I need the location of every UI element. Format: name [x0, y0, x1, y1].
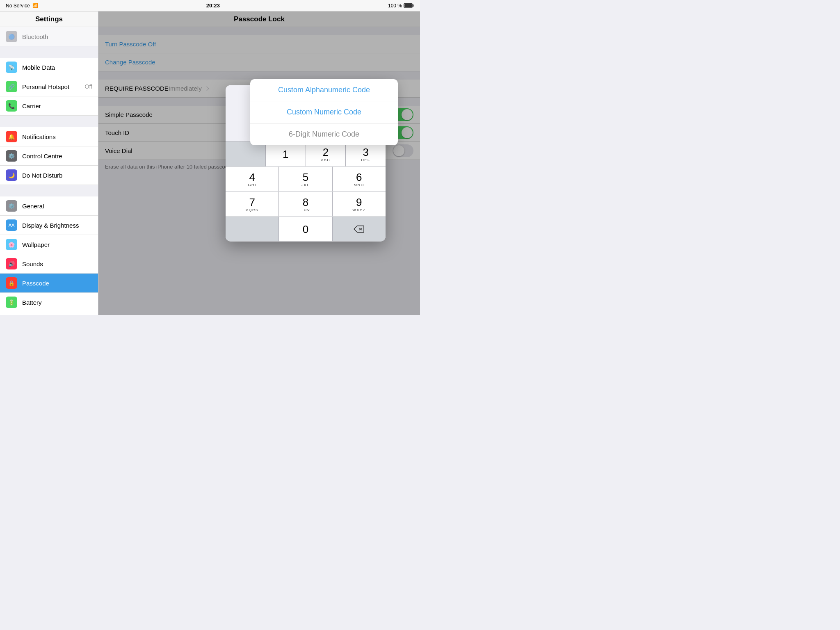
settings-list: 🔵 Bluetooth 📡 Mobile Data 🔗 Personal Hot… [0, 27, 98, 315]
sidebar-item-general[interactable]: ⚙️ General [0, 196, 98, 216]
sidebar-item-mobiledata[interactable]: 📡 Mobile Data [0, 58, 98, 77]
key-3-num: 3 [363, 146, 368, 157]
key-4-num: 4 [249, 171, 255, 182]
sidebar-item-bluetooth[interactable]: 🔵 Bluetooth [0, 27, 98, 46]
key-6-num: 6 [356, 171, 362, 182]
hotspot-label: Personal Hotspot [22, 83, 85, 90]
numpad-key-6[interactable]: 6 MNO [333, 167, 386, 192]
key-0-num: 0 [303, 224, 308, 235]
key-8-sub: TUV [301, 208, 310, 212]
key-4-sub: GHI [248, 183, 256, 187]
general-label: General [22, 203, 92, 210]
numpad-key-1[interactable]: 1 [266, 142, 306, 167]
status-bar: No Service 📶 20:23 100 % [0, 0, 420, 11]
notifications-icon: 🔔 [6, 131, 17, 142]
option-numeric[interactable]: Custom Numeric Code [250, 101, 398, 123]
key-7-num: 7 [249, 196, 255, 207]
general-icon: ⚙️ [6, 200, 17, 212]
sidebar-item-wallpaper[interactable]: 🌸 Wallpaper [0, 235, 98, 254]
settings-title: Settings [35, 15, 63, 23]
passcode-lock-panel: Passcode Lock Turn Passcode Off Change P… [98, 11, 420, 315]
controlcentre-label: Control Centre [22, 153, 92, 160]
numpad-row-1: 1 2 ABC 3 DEF [226, 142, 386, 167]
battery-item-icon: 🔋 [6, 297, 17, 308]
key-5-sub: JKL [301, 183, 310, 187]
sidebar-item-hotspot[interactable]: 🔗 Personal Hotspot Off [0, 77, 98, 96]
numpad-key-9[interactable]: 9 WXYZ [333, 192, 386, 217]
battery-label-item: Battery [22, 299, 92, 306]
sidebar-item-sounds[interactable]: 🔊 Sounds [0, 254, 98, 274]
carrier-icon: 📞 [6, 100, 17, 112]
passcode-icon: 🔒 [6, 277, 17, 289]
key-9-num: 9 [356, 196, 362, 207]
numpad-key-8[interactable]: 8 TUV [279, 192, 332, 217]
modal-overlay: Change Passcode Cancel Enter your new pa… [98, 11, 420, 315]
notifications-label: Notifications [22, 133, 92, 140]
key-6-sub: MNO [354, 183, 365, 187]
controlcentre-icon: ⚙️ [6, 150, 17, 162]
numpad: 1 2 ABC 3 DEF 4 [226, 142, 386, 242]
option-alphanumeric[interactable]: Custom Alphanumeric Code [250, 79, 398, 101]
battery-icon [404, 3, 414, 8]
sidebar-item-carrier[interactable]: 📞 Carrier [0, 96, 98, 116]
key-9-sub: WXYZ [352, 208, 365, 212]
split-view: Settings 🔵 Bluetooth 📡 Mobile Data 🔗 Per… [0, 11, 420, 315]
numpad-key-2[interactable]: 2 ABC [306, 142, 346, 167]
status-left: No Service 📶 [6, 3, 38, 9]
numpad-key-3[interactable]: 3 DEF [346, 142, 386, 167]
key-2-num: 2 [323, 146, 329, 157]
display-label: Display & Brightness [22, 222, 92, 229]
sidebar-item-notifications[interactable]: 🔔 Notifications [0, 127, 98, 146]
numpad-row-2: 4 GHI 5 JKL 6 MNO [226, 167, 386, 192]
sidebar-item-controlcentre[interactable]: ⚙️ Control Centre [0, 146, 98, 166]
numpad-key-7[interactable]: 7 PQRS [226, 192, 279, 217]
settings-panel: Settings 🔵 Bluetooth 📡 Mobile Data 🔗 Per… [0, 11, 98, 315]
numpad-delete-key[interactable] [333, 217, 386, 242]
delete-icon [353, 225, 365, 233]
mobiledata-label: Mobile Data [22, 64, 92, 71]
wallpaper-icon: 🌸 [6, 239, 17, 250]
carrier-label: No Service [6, 3, 30, 9]
status-right: 100 % [388, 3, 414, 9]
numpad-row-3: 7 PQRS 8 TUV 9 WXYZ [226, 192, 386, 217]
option-sixdigit-label: 6-Digit Numeric Code [289, 130, 359, 138]
mobiledata-icon: 📡 [6, 62, 17, 73]
key-5-num: 5 [303, 171, 308, 182]
battery-label: 100 % [388, 3, 402, 9]
hotspot-icon: 🔗 [6, 81, 17, 92]
passcode-label: Passcode [22, 280, 92, 287]
key-7-sub: PQRS [246, 208, 259, 212]
wallpaper-label: Wallpaper [22, 241, 92, 248]
donotdisturb-icon: 🌙 [6, 169, 17, 181]
settings-header: Settings [0, 11, 98, 27]
hotspot-value: Off [85, 83, 92, 90]
carrier-label-item: Carrier [22, 103, 92, 110]
wifi-icon: 📶 [32, 3, 38, 8]
option-sixdigit[interactable]: 6-Digit Numeric Code [250, 123, 398, 145]
sounds-icon: 🔊 [6, 258, 17, 269]
sidebar-item-battery[interactable]: 🔋 Battery [0, 293, 98, 312]
option-numeric-label: Custom Numeric Code [287, 108, 361, 116]
display-icon: AA [6, 219, 17, 231]
numpad-row-4: 0 [226, 217, 386, 242]
numpad-key-5[interactable]: 5 JKL [279, 167, 332, 192]
sidebar-item-passcode[interactable]: 🔒 Passcode [0, 274, 98, 293]
key-1-num: 1 [283, 149, 288, 160]
passcode-options-popover: Custom Alphanumeric Code Custom Numeric … [250, 79, 398, 145]
numpad-key-empty-2 [226, 217, 279, 242]
numpad-key-4[interactable]: 4 GHI [226, 167, 279, 192]
numpad-key-empty-1 [226, 142, 266, 167]
sounds-label: Sounds [22, 260, 92, 267]
key-2-sub: ABC [321, 158, 330, 162]
numpad-key-0[interactable]: 0 [279, 217, 332, 242]
sidebar-item-privacy[interactable]: ✋ Privacy [0, 312, 98, 315]
status-time: 20:23 [206, 2, 220, 9]
sidebar-item-donotdisturb[interactable]: 🌙 Do Not Disturb [0, 166, 98, 185]
bluetooth-label: Bluetooth [22, 33, 92, 40]
option-alphanumeric-label: Custom Alphanumeric Code [278, 86, 370, 94]
key-8-num: 8 [303, 196, 308, 207]
donotdisturb-label: Do Not Disturb [22, 172, 92, 179]
sidebar-item-display[interactable]: AA Display & Brightness [0, 216, 98, 235]
key-3-sub: DEF [361, 158, 370, 162]
bluetooth-icon: 🔵 [6, 31, 17, 42]
